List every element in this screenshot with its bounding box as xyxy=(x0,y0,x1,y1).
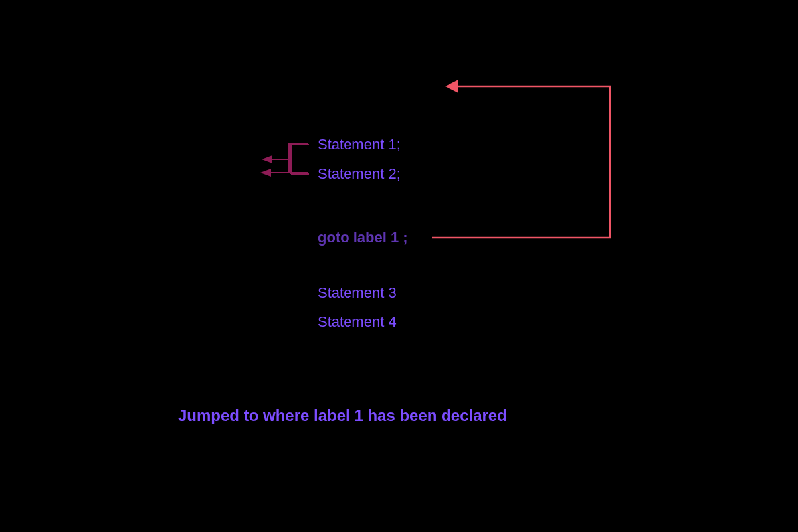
statement-2: Statement 2; xyxy=(318,165,401,183)
statement-3: Statement 3 xyxy=(318,284,397,302)
goto-line: goto label 1 ; xyxy=(318,229,408,246)
statement-4: Statement 4 xyxy=(318,313,397,331)
statement-1: Statement 1; xyxy=(318,136,401,153)
goto-diagram: Statement 1; Statement 2; goto label 1 ;… xyxy=(0,0,798,532)
diagram-caption: Jumped to where label 1 has been declare… xyxy=(178,406,507,425)
loop-arrow xyxy=(0,0,798,532)
